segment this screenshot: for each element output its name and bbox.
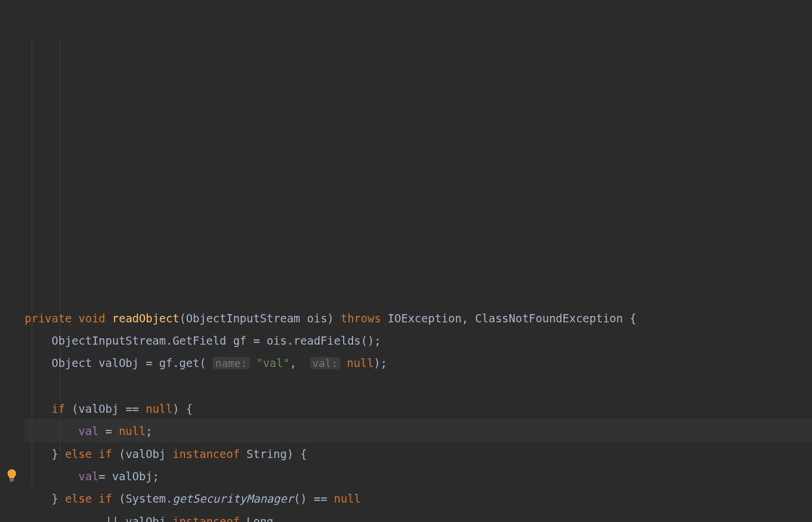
line: || valObj instanceof Long: [25, 515, 273, 522]
svg-rect-0: [9, 479, 14, 480]
line: [25, 380, 31, 393]
line: ObjectInputStream.GetField gf = ois.read…: [25, 334, 381, 347]
line: } else if (System.getSecurityManager() =…: [25, 492, 361, 505]
code-content[interactable]: private void readObject(ObjectInputStrea…: [25, 307, 812, 522]
line: val = null;: [25, 425, 152, 437]
intention-bulb-icon[interactable]: [6, 423, 18, 437]
gutter[interactable]: [0, 0, 25, 522]
line: Object valObj = gf.get( name: "val", val…: [25, 356, 387, 369]
parameter-hint: name:: [213, 357, 249, 369]
line: val= valObj;: [25, 470, 159, 483]
svg-rect-1: [10, 480, 14, 481]
line: if (valObj == null) {: [25, 402, 193, 415]
line: private void readObject(ObjectInputStrea…: [25, 312, 636, 325]
parameter-hint: val:: [310, 357, 340, 369]
line: } else if (valObj instanceof String) {: [25, 447, 307, 460]
code-editor[interactable]: private void readObject(ObjectInputStrea…: [0, 0, 812, 522]
